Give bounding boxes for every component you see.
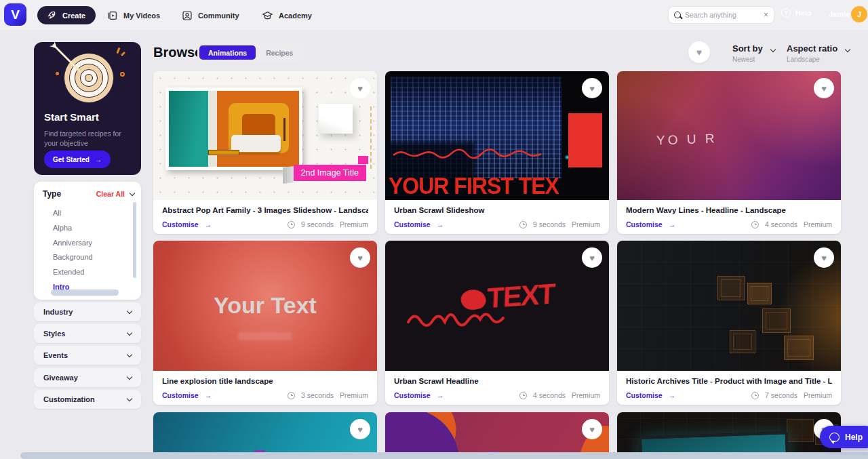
type-option-alpha[interactable]: Alpha: [53, 221, 93, 236]
card-body: Urban Scrawl Slideshow Customise→ 9 seco…: [385, 200, 609, 228]
clock-icon: [751, 221, 759, 228]
card-meta: 4 seconds Premium: [751, 220, 832, 228]
decoration: [208, 91, 217, 167]
favorite-button[interactable]: ♥: [814, 78, 834, 98]
customise-link[interactable]: Customise→: [162, 391, 212, 399]
sofa-decoration: [231, 135, 281, 152]
customise-link[interactable]: Customise→: [394, 220, 443, 228]
type-filter-panel: Type Clear All All Alpha Anniversary Bac…: [34, 182, 141, 300]
customise-link[interactable]: Customise→: [626, 391, 675, 399]
card-body: Abstract Pop Art Family - 3 Images Slide…: [153, 200, 377, 228]
favorite-button[interactable]: ♥: [350, 419, 370, 439]
customise-link[interactable]: Customise→: [394, 391, 443, 399]
nav-community-label: Community: [198, 12, 239, 20]
clock-icon: [519, 221, 527, 228]
type-filter-header: Type Clear All: [43, 189, 134, 199]
nav-my-videos[interactable]: My Videos: [107, 6, 160, 24]
card-meta: 4 seconds Premium: [519, 391, 600, 399]
create-button[interactable]: Create: [37, 6, 96, 24]
decoration: [283, 118, 285, 141]
heart-icon: ♥: [696, 47, 702, 57]
favorite-button[interactable]: ♥: [582, 78, 602, 98]
nav-my-videos-label: My Videos: [123, 12, 160, 20]
picture-inner: [169, 91, 299, 167]
app-root: V Create My Videos Community Academy × ?…: [0, 0, 868, 459]
decoration: [169, 91, 208, 167]
template-card-historic-archives[interactable]: ♥ Historic Archives Title - Product with…: [617, 241, 841, 405]
heart-icon: ♥: [357, 425, 363, 434]
get-started-button[interactable]: Get Started →: [44, 151, 111, 168]
decoration: [370, 106, 372, 169]
type-option-extended[interactable]: Extended: [53, 265, 93, 280]
nav-community[interactable]: Community: [182, 6, 239, 24]
aspect-ratio-dropdown[interactable]: Aspect ratio Landscape: [787, 43, 850, 63]
clock-icon: [288, 392, 295, 399]
nav-academy[interactable]: Academy: [262, 6, 312, 24]
card-footer: Customise→ 3 seconds Premium: [162, 391, 368, 399]
search-input[interactable]: [685, 11, 760, 19]
search-bar[interactable]: ×: [668, 6, 774, 24]
vertical-scrollbar[interactable]: [133, 202, 136, 278]
start-smart-card: Start Smart Find targeted recipes for yo…: [34, 42, 141, 175]
chat-bubble-icon: [829, 433, 840, 442]
clear-all-button[interactable]: Clear All: [96, 190, 125, 198]
get-started-label: Get Started: [53, 156, 90, 163]
card-body: Line explosion title landscape Customise…: [153, 371, 377, 399]
type-option-anniversary[interactable]: Anniversary: [53, 236, 93, 251]
template-card-urban-scrawl-slideshow[interactable]: YOUR FIRST TEX ♥ Urban Scrawl Slideshow …: [385, 71, 609, 234]
vimeo-create-logo[interactable]: V: [4, 3, 26, 26]
template-preview: Your Text ♥: [153, 241, 377, 371]
accordion-industry[interactable]: Industry: [34, 302, 141, 321]
heart-icon: ♥: [821, 84, 827, 93]
template-title: Historic Archives Title - Product with I…: [626, 377, 832, 385]
favorite-button[interactable]: ♥: [814, 247, 834, 268]
start-smart-description: Find targeted recipes for your objective: [44, 129, 130, 148]
horizontal-scrollbar[interactable]: [51, 290, 119, 296]
spark-decoration: [117, 47, 121, 54]
search-icon: [674, 12, 681, 18]
accordion-events[interactable]: Events: [34, 346, 141, 365]
heart-icon: ♥: [589, 254, 595, 262]
avatar[interactable]: J: [851, 6, 867, 22]
template-card-urban-scrawl-headline[interactable]: TEXT ♥ Urban Scrawl Headline Customise→ …: [385, 241, 609, 405]
template-preview: 2nd Image Title ♥: [153, 71, 377, 200]
sort-by-dropdown[interactable]: Sort by Newest: [732, 43, 775, 63]
favorite-button[interactable]: ♥: [350, 78, 370, 98]
favorite-button[interactable]: ♥: [350, 247, 370, 268]
help-nav-label: Help: [795, 9, 812, 17]
search-clear-button[interactable]: ×: [764, 11, 768, 19]
help-nav-button[interactable]: ? Help: [781, 8, 812, 18]
template-card-line-explosion[interactable]: Your Text ♥ Line explosion title landsca…: [153, 241, 377, 405]
type-option-all[interactable]: All: [53, 206, 93, 221]
favorites-filter-button[interactable]: ♥: [688, 41, 710, 63]
dartboard-ring: [85, 74, 93, 82]
floating-help-label: Help: [845, 433, 863, 442]
tab-animations[interactable]: Animations: [199, 45, 256, 60]
customise-link[interactable]: Customise→: [162, 220, 212, 228]
clock-icon: [751, 392, 759, 399]
accordion-customization[interactable]: Customization: [34, 390, 141, 409]
customise-link[interactable]: Customise→: [626, 220, 675, 228]
accordion-giveaway[interactable]: Giveaway: [34, 368, 141, 387]
rocket-icon: [47, 11, 57, 20]
accordion-customization-label: Customization: [43, 395, 127, 403]
browse-tabs: Animations Recipes: [197, 43, 304, 62]
chevron-down-icon[interactable]: [130, 190, 135, 195]
create-label: Create: [62, 12, 85, 20]
overlay-headline-text: Your Text: [153, 292, 377, 319]
template-card-modern-wavy-lines[interactable]: YO U R ♥ Modern Wavy Lines - Headline - …: [617, 71, 841, 234]
accordion-styles[interactable]: Styles: [34, 324, 141, 343]
template-card-abstract-pop-art[interactable]: 2nd Image Title ♥ Abstract Pop Art Famil…: [153, 71, 377, 234]
community-icon: [182, 10, 193, 21]
tab-recipes[interactable]: Recipes: [257, 45, 302, 60]
favorite-button[interactable]: ♥: [582, 419, 602, 439]
template-preview: TEXT ♥: [385, 241, 609, 371]
logo-letter: V: [11, 7, 20, 22]
favorite-button[interactable]: ♥: [582, 247, 602, 268]
crate-decoration: [784, 336, 814, 360]
floating-help-button[interactable]: Help: [820, 426, 868, 448]
page-horizontal-scrollbar[interactable]: [20, 452, 868, 459]
type-option-background[interactable]: Background: [53, 250, 93, 265]
heart-icon: ♥: [589, 425, 595, 434]
duration-label: 4 seconds: [533, 391, 566, 399]
